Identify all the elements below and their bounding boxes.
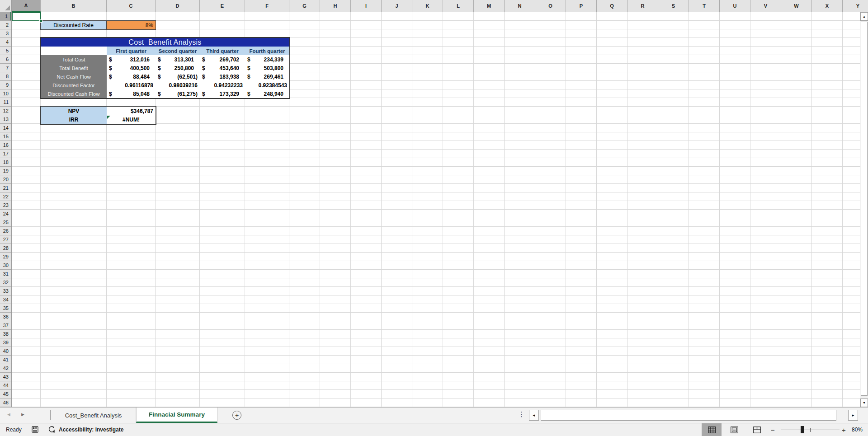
row-header-30[interactable]: 30 [0,261,11,270]
column-header-B[interactable]: B [41,0,107,12]
column-header-V[interactable]: V [750,0,781,12]
column-header-E[interactable]: E [200,0,245,12]
row-header-38[interactable]: 38 [0,330,11,338]
table-cell[interactable]: 0.98039216 [156,81,200,89]
table-cell[interactable]: $250,800 [156,64,200,72]
row-header-44[interactable]: 44 [0,381,11,390]
row-header-33[interactable]: 33 [0,287,11,295]
table-cell[interactable]: 0.94232233 [200,81,245,89]
row-header-41[interactable]: 41 [0,356,11,364]
row-header-32[interactable]: 32 [0,278,11,287]
row-header-29[interactable]: 29 [0,253,11,261]
table-cell[interactable]: $173,329 [200,89,245,98]
column-header-C[interactable]: C [107,0,156,12]
table-cell[interactable]: $234,339 [245,55,289,64]
sheet-grid[interactable]: Discounted Rate 8% Cost Benefit Analysis… [12,12,860,407]
discounted-rate-label[interactable]: Discounted Rate [41,21,107,29]
discounted-rate-value[interactable]: 8% [107,21,156,29]
row-header-36[interactable]: 36 [0,313,11,321]
table-cell[interactable]: $313,301 [156,55,200,64]
row-header-6[interactable]: 6 [0,55,11,64]
column-header-O[interactable]: O [535,0,566,12]
scroll-left-button[interactable]: ◄ [529,410,539,421]
table-cell[interactable]: $183,938 [200,72,245,81]
column-header-F[interactable]: F [245,0,289,12]
row-header-19[interactable]: 19 [0,167,11,175]
accessibility-status[interactable]: Accessibility: Investigate [59,427,123,433]
page-break-preview-button[interactable] [747,423,767,436]
row-header-15[interactable]: 15 [0,132,11,141]
column-header-J[interactable]: J [382,0,412,12]
row-header-8[interactable]: 8 [0,72,11,81]
table-cell[interactable]: $85,048 [107,89,156,98]
npv-irr-block[interactable]: NPV$346,787IRR#NUM! [41,107,156,124]
column-header-K[interactable]: K [412,0,443,12]
table-cell[interactable]: $503,800 [245,64,289,72]
row-header-39[interactable]: 39 [0,338,11,347]
table-cell[interactable]: $269,702 [200,55,245,64]
fill-handle[interactable] [39,19,42,23]
zoom-out-button[interactable]: − [771,426,775,434]
column-header-P[interactable]: P [566,0,597,12]
row-header-24[interactable]: 24 [0,210,11,218]
zoom-in-button[interactable]: + [842,426,846,434]
discounted-rate-block[interactable]: Discounted Rate 8% [41,21,156,29]
row-header-25[interactable]: 25 [0,218,11,227]
vertical-scrollbar[interactable]: ▲ ▼ [860,12,868,407]
row-header-14[interactable]: 14 [0,124,11,132]
table-cell[interactable]: $(61,275) [156,89,200,98]
column-header-M[interactable]: M [474,0,505,12]
page-layout-view-button[interactable] [724,423,744,436]
row-header-2[interactable]: 2 [0,21,11,29]
active-cell-A1[interactable] [12,12,41,21]
row-header-21[interactable]: 21 [0,184,11,192]
row-header-23[interactable]: 23 [0,201,11,210]
table-cell[interactable]: $312,016 [107,55,156,64]
row-header-3[interactable]: 3 [0,29,11,38]
scroll-up-button[interactable]: ▲ [860,12,868,21]
tab-cost-benefit-analysis[interactable]: Cost_Benefit Analysis [51,408,136,423]
column-header-T[interactable]: T [689,0,720,12]
row-header-45[interactable]: 45 [0,390,11,398]
normal-view-button[interactable] [702,423,722,436]
summary-value[interactable]: $346,787 [107,107,156,115]
column-header-H[interactable]: H [320,0,351,12]
row-header-20[interactable]: 20 [0,175,11,184]
cost-benefit-table[interactable]: Cost Benefit Analysis First quarterSecon… [41,38,289,98]
row-header-28[interactable]: 28 [0,244,11,253]
column-header-L[interactable]: L [443,0,474,12]
zoom-level[interactable]: 80% [852,427,863,433]
table-cell[interactable]: $248,940 [245,89,289,98]
column-header-W[interactable]: W [781,0,812,12]
table-cell[interactable]: $453,640 [200,64,245,72]
row-header-22[interactable]: 22 [0,192,11,201]
column-header-X[interactable]: X [812,0,843,12]
row-header-11[interactable]: 11 [0,98,11,107]
column-header-D[interactable]: D [156,0,200,12]
row-header-4[interactable]: 4 [0,38,11,47]
accessibility-checker-icon[interactable] [48,426,56,435]
row-header-37[interactable]: 37 [0,321,11,330]
row-header-5[interactable]: 5 [0,47,11,55]
row-header-34[interactable]: 34 [0,295,11,304]
table-cell[interactable]: $(62,501) [156,72,200,81]
horizontal-scroll-thumb[interactable] [541,410,836,421]
table-cell[interactable]: 0.92384543 [245,81,289,89]
column-header-S[interactable]: S [658,0,689,12]
scroll-down-button[interactable]: ▼ [860,398,868,407]
table-cell[interactable]: 0.96116878 [107,81,156,89]
row-header-16[interactable]: 16 [0,141,11,150]
macro-record-icon[interactable] [32,426,38,434]
column-header-Q[interactable]: Q [597,0,627,12]
row-header-7[interactable]: 7 [0,64,11,72]
tab-finnacial-summary[interactable]: Finnacial Summary [136,408,217,423]
row-header-1[interactable]: 1 [0,12,11,21]
row-header-42[interactable]: 42 [0,364,11,373]
scroll-right-button[interactable]: ► [848,410,858,421]
column-header-U[interactable]: U [720,0,750,12]
row-header-31[interactable]: 31 [0,270,11,278]
summary-value[interactable]: #NUM! [107,115,156,124]
row-header-43[interactable]: 43 [0,373,11,381]
column-header-G[interactable]: G [289,0,320,12]
column-header-Y[interactable]: Y [843,0,860,12]
